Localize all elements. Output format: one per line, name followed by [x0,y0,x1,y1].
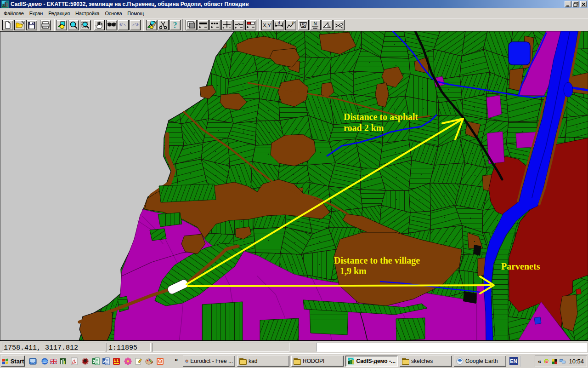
svg-text:S: S [302,23,305,28]
svg-text:X,Y: X,Y [263,23,271,28]
svg-text:P: P [292,21,295,25]
svg-text:?: ? [173,21,177,30]
svg-text:Distance to asphalt: Distance to asphalt [344,112,418,122]
svg-text:1,9 km: 1,9 km [340,266,367,276]
svg-text:d: d [277,21,280,25]
svg-text:Distance to the village: Distance to the village [334,255,420,266]
svg-text:Parvenets: Parvenets [501,261,540,271]
svg-text:road 2 km: road 2 km [344,123,384,133]
svg-text:N: N [313,21,317,26]
